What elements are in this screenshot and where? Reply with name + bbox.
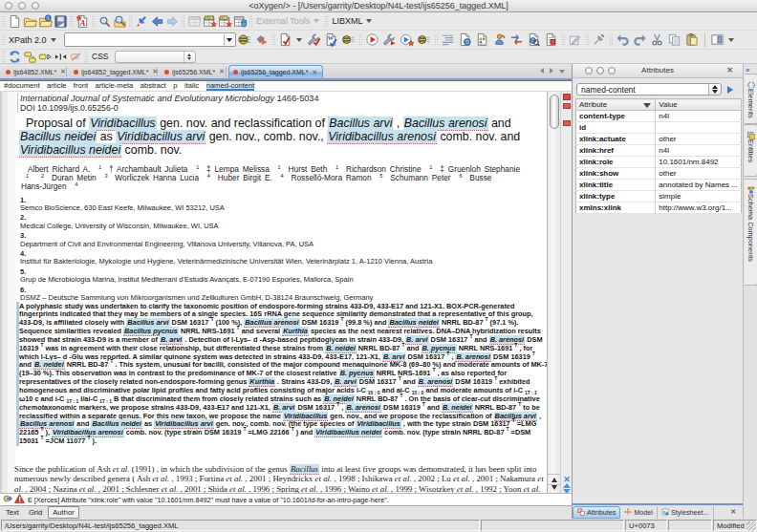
named-content-highlight[interactable]: Bacillus arenosi <box>403 117 488 131</box>
attribute-value[interactable]: other <box>656 168 742 180</box>
close-tab-icon[interactable]: ✕ <box>312 69 316 76</box>
panel-tab-stylesheet[interactable]: FStylesheet... <box>658 506 714 519</box>
scroll-tabs-right-icon[interactable] <box>550 68 553 74</box>
editor-vertical-scrollbar[interactable] <box>547 92 560 493</box>
attribute-row[interactable]: xlink:hrefn4l <box>576 145 742 157</box>
side-tab-entities[interactable]: Entities <box>745 124 757 177</box>
format-indent-icon[interactable] <box>440 32 457 48</box>
named-content-highlight[interactable]: Viridibacillus <box>89 117 157 131</box>
forward-icon[interactable] <box>164 13 180 30</box>
scroll-tabs-left-icon[interactable] <box>540 68 544 74</box>
dropdown-caret-icon[interactable] <box>314 19 319 23</box>
paste-icon[interactable] <box>683 32 701 48</box>
grid-view-icon[interactable] <box>186 13 202 30</box>
apply-transformation-icon[interactable] <box>364 32 381 48</box>
attribute-value[interactable]: other <box>656 134 742 145</box>
css-alternatives-combo[interactable] <box>115 51 196 63</box>
panel-layout-icon[interactable] <box>709 32 726 48</box>
xpath-version-label[interactable]: XPath 2.0 <box>9 35 47 45</box>
xquery-transform-icon[interactable]: XQ <box>217 13 232 30</box>
attribute-row[interactable]: xlink:typesimple <box>576 191 742 202</box>
toolbar-handle[interactable] <box>1 33 6 46</box>
attribute-row[interactable]: content-typen4l <box>576 111 742 122</box>
scroll-down-icon[interactable] <box>552 485 557 490</box>
apply-element-icon[interactable] <box>727 86 733 94</box>
element-combo-stepper-icon[interactable] <box>708 84 721 95</box>
dropdown-caret-icon[interactable] <box>296 38 302 42</box>
attribute-row[interactable]: id <box>576 122 742 134</box>
attribute-value[interactable] <box>656 122 742 134</box>
validate-schema-icon[interactable] <box>306 32 323 48</box>
undo-icon[interactable] <box>615 32 632 48</box>
doc-search-icon[interactable] <box>526 32 543 48</box>
doc-globe-icon[interactable] <box>457 32 474 48</box>
named-content-highlight[interactable]: Viridibacillus neidei <box>19 143 121 158</box>
collapse-tags-icon[interactable] <box>53 49 68 65</box>
refresh-sync-icon[interactable] <box>7 49 22 65</box>
attribute-row[interactable]: xmlns:xlinkhttp://www.w3.org/1... <box>576 202 742 214</box>
external-tools-menu-button[interactable]: External Tools <box>256 16 310 26</box>
cut-icon[interactable] <box>649 32 666 48</box>
tab-list-dropdown-icon[interactable] <box>559 70 565 74</box>
save-icon[interactable] <box>53 13 68 30</box>
xpath-input[interactable] <box>64 32 236 47</box>
attr-col-header-attribute[interactable]: Attribute <box>576 99 656 111</box>
next-prev-error-icons[interactable] <box>562 483 572 493</box>
breadcrumb-item-namedcontent[interactable]: named-content <box>206 81 255 91</box>
doc-red-box-icon[interactable] <box>543 32 560 48</box>
named-content-highlight[interactable]: Viridibacillus arvi <box>116 130 205 144</box>
named-content-highlight[interactable]: Bacillus arvi <box>328 117 393 131</box>
close-tab-icon[interactable]: ✕ <box>60 68 65 75</box>
attribute-row[interactable]: xlink:actuateother <box>576 134 742 145</box>
libxml-menu-button[interactable]: LIBXML <box>332 16 362 26</box>
tags-icon[interactable] <box>22 49 37 65</box>
well-formed-icon[interactable]: W <box>323 32 340 48</box>
database-table-icon[interactable] <box>232 13 248 30</box>
panel-close-icon[interactable]: ✕ <box>726 66 733 74</box>
error-marker[interactable] <box>563 103 571 109</box>
attribute-row[interactable]: xlink:showother <box>576 168 742 180</box>
xpath-dropdown-icon[interactable] <box>224 34 234 45</box>
element-name-combo[interactable]: named-content <box>576 83 722 96</box>
go-to-last-edit-icon[interactable] <box>134 13 149 30</box>
configure-transformation-icon[interactable] <box>381 32 399 48</box>
close-tab-icon[interactable]: ✕ <box>219 68 224 75</box>
document-tab-selected[interactable]: ijs65256_tagged.XML*✕ <box>228 65 323 78</box>
window-resize-grip[interactable] <box>746 521 756 531</box>
dropdown-caret-icon[interactable] <box>728 38 734 42</box>
panel-tabs-close-icon[interactable]: ✕ <box>730 508 736 516</box>
scroll-up-icon[interactable] <box>552 478 557 482</box>
attribute-value[interactable]: annotated by Names ... <box>656 180 742 191</box>
css-menu-button[interactable]: CSS <box>92 52 108 61</box>
pin-brush-icon[interactable] <box>591 32 608 48</box>
open-url-icon[interactable] <box>37 13 53 30</box>
key-icon[interactable] <box>340 32 357 48</box>
mode-tab-grid[interactable]: Grid <box>25 507 46 518</box>
named-content-highlight[interactable]: Viridibacillus neidei <box>314 428 382 437</box>
mode-tab-text[interactable]: Text <box>2 507 23 518</box>
attribute-value[interactable]: n4l <box>656 145 742 157</box>
validate-icon[interactable] <box>277 32 294 48</box>
side-tab-elements[interactable]: Elements <box>745 74 757 124</box>
document-tab[interactable]: ijs65256.XML*✕ <box>161 65 227 78</box>
attribute-value[interactable]: simple <box>656 191 742 202</box>
validation-error-bar[interactable]: E [Xerces] Attribute "xlink:role" with v… <box>0 493 572 505</box>
key-icon[interactable] <box>416 32 433 48</box>
back-icon[interactable] <box>149 13 164 30</box>
search-icon[interactable] <box>97 13 112 30</box>
error-marker[interactable] <box>563 120 571 126</box>
side-tab-schema-components[interactable]: Schema Components <box>745 179 757 286</box>
validation-status-square[interactable] <box>563 94 571 100</box>
copy-icon[interactable] <box>666 32 683 48</box>
breadcrumb-item-front[interactable]: front <box>74 81 88 91</box>
attr-col-header-value[interactable]: Value <box>656 99 742 111</box>
new-document-icon[interactable] <box>7 13 22 30</box>
redo-icon[interactable] <box>632 32 649 48</box>
named-content-highlight[interactable]: Bacillus <box>290 464 319 475</box>
tag-disabled-icon[interactable] <box>68 49 83 65</box>
named-content-highlight[interactable]: Viridibacillus arenosi <box>327 130 437 144</box>
xpath-version-caret-icon[interactable] <box>51 38 56 42</box>
edit-pencil-icon[interactable] <box>567 32 584 48</box>
attributes-panel-header[interactable]: Attributes ✕ <box>573 64 743 78</box>
compare-arrows-icon[interactable] <box>508 32 526 48</box>
